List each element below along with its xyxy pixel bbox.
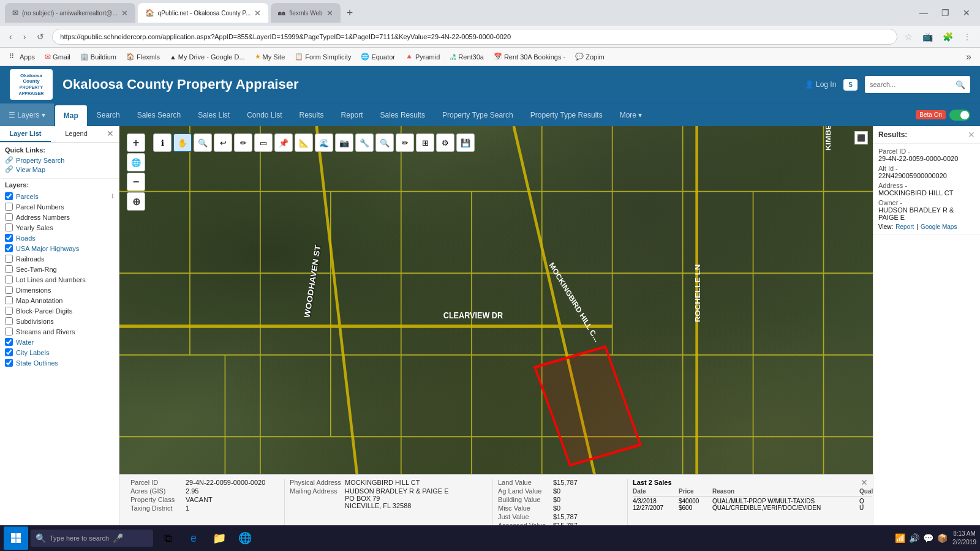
map-tool-undo[interactable]: ↩	[214, 133, 232, 152]
info-panel-close-button[interactable]: ✕	[861, 478, 868, 487]
forward-button[interactable]: ›	[20, 31, 29, 43]
zoom-out-button[interactable]: −	[127, 173, 145, 191]
cast-icon[interactable]: 📺	[920, 32, 935, 42]
beta-toggle[interactable]	[949, 110, 970, 121]
bookmark-gmail[interactable]: ✉ Gmail	[40, 51, 75, 62]
network-icon[interactable]: 📶	[895, 533, 905, 543]
layer-checkbox-railroads[interactable]	[5, 255, 13, 263]
nav-item-sales-search[interactable]: Sales Search	[129, 103, 189, 126]
bookmark-apps[interactable]: ⠿ Apps	[5, 51, 39, 62]
tab-legend[interactable]: Legend	[51, 126, 102, 142]
browser-tab-flexmls[interactable]: 🏘 flexmls Web ✕	[271, 3, 340, 23]
map-tool-save[interactable]: 💾	[456, 133, 475, 152]
map-tool-config[interactable]: ⚙	[436, 133, 454, 152]
close-button[interactable]: ✕	[958, 8, 975, 18]
bookmark-flexmls[interactable]: 🏠 Flexmls	[122, 51, 164, 62]
bookmark-pyramid[interactable]: 🔺 Pyramid	[401, 51, 444, 62]
nav-item-results[interactable]: Results	[291, 103, 333, 126]
search-icon[interactable]: 🔍	[956, 80, 965, 89]
map-tool-settings[interactable]: 🔧	[355, 133, 374, 152]
map-tool-zoom-box[interactable]: 🔍	[375, 133, 394, 152]
map-tool-draw[interactable]: ✏	[234, 133, 252, 152]
bookmark-equator[interactable]: 🌐 Equator	[356, 51, 399, 62]
layer-checkbox-roads[interactable]	[5, 234, 13, 242]
taskbar-edge[interactable]: e	[181, 527, 206, 550]
compass-button[interactable]: ⊕	[127, 192, 145, 211]
layer-checkbox-usa-highways[interactable]	[5, 244, 13, 252]
bookmark-rent30a[interactable]: 🏖 Rent30a	[445, 52, 488, 62]
taskbar-clock[interactable]: 8:13 AM 2/2/2019	[952, 530, 976, 547]
nav-item-more[interactable]: More ▾	[611, 103, 651, 126]
layer-checkbox-yearly-sales[interactable]	[5, 223, 13, 231]
nav-item-sales-results[interactable]: Sales Results	[372, 103, 434, 126]
bookmark-form-simplicity[interactable]: 📋 Form Simplicity	[290, 51, 355, 62]
url-input[interactable]	[52, 29, 897, 45]
map-tool-pushpin[interactable]: 📌	[274, 133, 293, 152]
map-tool-snapshot[interactable]: 📷	[335, 133, 353, 152]
quick-link-property-search[interactable]: 🔗 Property Search	[5, 156, 114, 164]
menu-icon[interactable]: ⋮	[960, 32, 974, 42]
notification-icon[interactable]: 💬	[923, 533, 933, 543]
map-tool-edit[interactable]: ✏	[396, 133, 414, 152]
nav-item-property-type-results[interactable]: Property Type Results	[522, 103, 611, 126]
taskbar-file-explorer[interactable]: 📁	[207, 527, 232, 550]
start-button[interactable]	[4, 527, 28, 550]
layer-checkbox-block-parcel[interactable]	[5, 307, 13, 315]
nav-item-layers[interactable]: ☰ Layers ▾	[0, 103, 54, 126]
taskbar-chrome[interactable]: 🌐	[233, 527, 257, 550]
tab-close-qpublic[interactable]: ✕	[254, 9, 261, 18]
tab-close-flexmls[interactable]: ✕	[326, 9, 333, 18]
layer-checkbox-water[interactable]	[5, 338, 13, 346]
login-button[interactable]: 👤 Log In	[805, 80, 837, 89]
dropbox-icon[interactable]: 📦	[937, 533, 948, 543]
map-tool-grid[interactable]: ⊞	[416, 133, 434, 152]
layer-checkbox-map-annotation[interactable]	[5, 296, 13, 304]
volume-icon[interactable]: 🔊	[909, 533, 919, 543]
bookmarks-more-button[interactable]: »	[962, 51, 975, 62]
taskbar-search-box[interactable]: 🔍 Type here to search 🎤	[31, 530, 153, 547]
layer-checkbox-subdivisions[interactable]	[5, 317, 13, 325]
bookmark-star-icon[interactable]: ☆	[902, 32, 915, 42]
map-tool-info[interactable]: ℹ	[153, 133, 172, 152]
map-tool-measure[interactable]: 📐	[295, 133, 313, 152]
google-maps-link[interactable]: Google Maps	[921, 223, 957, 230]
layer-checkbox-parcel-numbers[interactable]	[5, 203, 13, 211]
back-button[interactable]: ‹	[6, 31, 15, 43]
minimize-button[interactable]: —	[914, 8, 933, 18]
bookmark-my-drive[interactable]: ▲ My Drive - Google D...	[165, 52, 249, 62]
layer-checkbox-address-numbers[interactable]	[5, 213, 13, 221]
nav-item-search[interactable]: Search	[88, 103, 129, 126]
tab-layer-list[interactable]: Layer List	[0, 126, 51, 142]
bookmark-rent30a-bookings[interactable]: 📅 Rent 30A Bookings -	[489, 51, 570, 62]
layer-checkbox-city-labels[interactable]	[5, 348, 13, 356]
maximize-button[interactable]: ❐	[937, 8, 954, 18]
report-link[interactable]: Report	[895, 223, 914, 230]
taskbar-mic-icon[interactable]: 🎤	[113, 533, 123, 543]
extensions-icon[interactable]: 🧩	[940, 32, 956, 42]
browser-tab-qpublic[interactable]: 🏠 qPublic.net - Okaloosa County P... ✕	[138, 3, 269, 23]
layer-checkbox-lot-lines[interactable]	[5, 276, 13, 283]
layer-checkbox-streams[interactable]	[5, 328, 13, 335]
header-search-input[interactable]	[870, 81, 956, 88]
results-panel-close-button[interactable]: ✕	[968, 130, 975, 140]
zoom-world-button[interactable]: 🌐	[127, 153, 145, 171]
map-tool-pan[interactable]: ✋	[173, 133, 192, 152]
taskbar-task-view[interactable]: ⧉	[156, 527, 180, 550]
sidebar-close-button[interactable]: ✕	[102, 126, 119, 142]
map-tool-select-rect[interactable]: ▭	[254, 133, 273, 152]
nav-item-map[interactable]: Map	[55, 105, 87, 126]
reload-button[interactable]: ↺	[34, 31, 47, 43]
new-tab-button[interactable]: +	[343, 7, 357, 20]
bookmark-my-site[interactable]: ★ My Site	[251, 51, 290, 62]
bookmark-buildium[interactable]: 🏢 Buildium	[76, 51, 121, 62]
browser-tab-gmail[interactable]: ✉ (no subject) - amiwalkerrealtort@... ✕	[5, 3, 135, 23]
nav-item-property-type-search[interactable]: Property Type Search	[434, 103, 522, 126]
layer-checkbox-dimensions[interactable]	[5, 286, 13, 294]
nav-item-condo-list[interactable]: Condo List	[238, 103, 290, 126]
bookmark-zopim[interactable]: 💬 Zopim	[571, 51, 609, 62]
quick-link-view-map[interactable]: 🔗 View Map	[5, 165, 114, 173]
zoom-in-button[interactable]: +	[127, 133, 145, 152]
layer-checkbox-state-outlines[interactable]	[5, 359, 13, 367]
map-expand-button[interactable]: ⬛	[854, 131, 868, 144]
layer-checkbox-sec-twn-rng[interactable]	[5, 265, 13, 273]
